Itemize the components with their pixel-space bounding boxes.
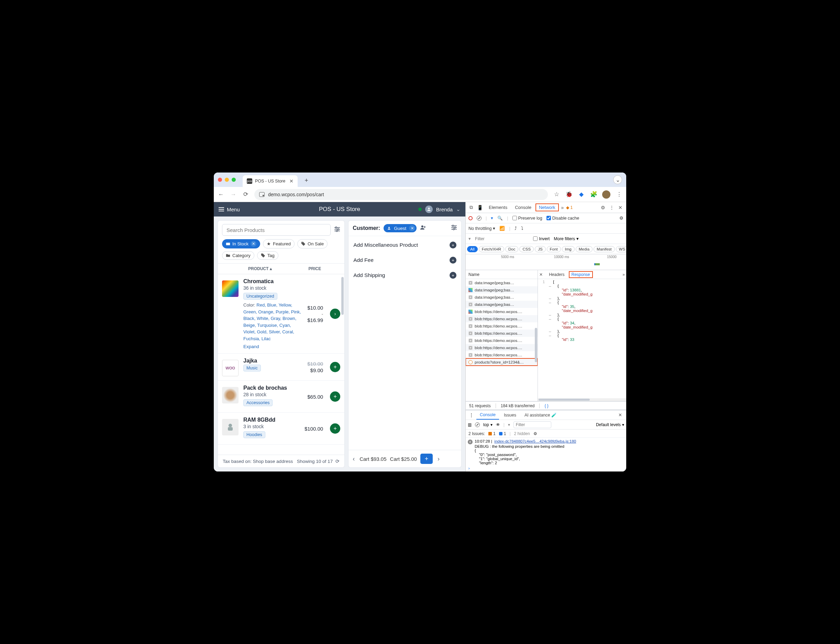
- close-window-button[interactable]: [218, 177, 222, 182]
- live-expression-icon[interactable]: 👁: [496, 422, 500, 427]
- reload-button[interactable]: ⟳: [242, 191, 250, 198]
- type-doc[interactable]: Doc: [505, 246, 518, 252]
- more-response-tabs-icon[interactable]: »: [623, 272, 625, 277]
- more-tabs-icon[interactable]: »: [559, 205, 566, 210]
- new-cart-button[interactable]: +: [420, 453, 433, 464]
- scrollbar-thumb[interactable]: [535, 328, 537, 362]
- drawer-close-icon[interactable]: ✕: [616, 412, 624, 417]
- customer-guest-pill[interactable]: Guest ✕: [383, 224, 417, 232]
- cart-settings-icon[interactable]: [451, 225, 457, 232]
- app-menu-button[interactable]: Menu: [219, 207, 240, 212]
- drawer-tab-ai[interactable]: AI assistance 🧪: [521, 412, 560, 417]
- menu-dots-icon[interactable]: ⋮: [615, 191, 623, 198]
- warnings-badge[interactable]: ◆ 1: [566, 205, 573, 210]
- console-prompt[interactable]: ›: [466, 465, 626, 472]
- network-request-row[interactable]: products?store_id=1234&…: [466, 358, 538, 366]
- filter-category-chip[interactable]: Category: [222, 251, 254, 260]
- more-icon[interactable]: ⋮: [608, 205, 616, 210]
- search-icon[interactable]: 🔍: [497, 215, 503, 221]
- open-variations-button[interactable]: ›: [330, 309, 340, 319]
- type-all[interactable]: All: [467, 246, 478, 252]
- chevron-down-icon[interactable]: ⌄: [456, 206, 460, 212]
- filter-tag-chip[interactable]: Tag: [257, 251, 278, 260]
- console-sidebar-icon[interactable]: ▥: [468, 422, 472, 427]
- remove-filter-icon[interactable]: ✕: [251, 241, 256, 247]
- context-dropdown[interactable]: top ▾: [483, 422, 493, 427]
- upload-icon[interactable]: ⤴: [515, 226, 517, 231]
- search-products-input[interactable]: [222, 224, 330, 236]
- add-to-cart-button[interactable]: +: [330, 362, 340, 372]
- extensions-icon[interactable]: 🧩: [590, 191, 597, 198]
- wifi-icon[interactable]: 📶: [500, 226, 505, 231]
- log-levels-dropdown[interactable]: Default levels ▾: [596, 422, 624, 427]
- filter-in-stock-chip[interactable]: In Stock ✕: [222, 239, 260, 248]
- settings-icon[interactable]: ⚙: [599, 205, 607, 210]
- bug-extension-icon[interactable]: 🐞: [565, 191, 573, 198]
- close-devtools-icon[interactable]: ✕: [616, 205, 624, 210]
- tab-network[interactable]: Network: [539, 205, 556, 210]
- net-settings-icon[interactable]: ⚙: [619, 215, 623, 221]
- network-request-row[interactable]: blob:https://demo.wcpos.…: [466, 308, 538, 315]
- network-filter-input[interactable]: [475, 237, 529, 241]
- throttling-dropdown[interactable]: No throttling ▾: [468, 226, 495, 231]
- cart-prev-button[interactable]: ‹: [351, 455, 356, 463]
- product-category-tag[interactable]: Hoodies: [243, 431, 265, 438]
- drawer-tab-console[interactable]: Console: [477, 410, 499, 420]
- network-request-row[interactable]: data:image/jpeg;bas…: [466, 279, 538, 286]
- device-toggle-icon[interactable]: 📱: [475, 205, 485, 210]
- issue-info-count[interactable]: 1: [499, 431, 506, 436]
- back-button[interactable]: ←: [217, 191, 225, 198]
- filter-icon[interactable]: ▾: [491, 215, 493, 221]
- filter-on-sale-chip[interactable]: On Sale: [297, 239, 327, 248]
- network-request-row[interactable]: blob:https://demo.wcpos.…: [466, 330, 538, 337]
- scrollbar-thumb[interactable]: [341, 277, 344, 315]
- horizontal-scrollbar[interactable]: [538, 398, 626, 401]
- type-media[interactable]: Media: [576, 246, 593, 252]
- type-font[interactable]: Font: [547, 246, 561, 252]
- bookmark-icon[interactable]: ☆: [553, 191, 560, 198]
- type-fetch[interactable]: Fetch/XHR: [479, 246, 504, 252]
- forward-button[interactable]: →: [230, 191, 237, 198]
- type-css[interactable]: CSS: [519, 246, 534, 252]
- add-to-cart-button[interactable]: +: [330, 391, 340, 402]
- invert-checkbox[interactable]: Invert: [533, 237, 549, 241]
- product-list[interactable]: Chromatica 36 in stock Uncategorized Col…: [218, 274, 344, 455]
- drawer-tab-issues[interactable]: Issues: [500, 413, 519, 417]
- clear-icon[interactable]: [477, 216, 482, 221]
- tabs-overflow-button[interactable]: ⌄: [613, 175, 622, 184]
- type-img[interactable]: Img: [562, 246, 575, 252]
- profile-avatar[interactable]: [602, 191, 610, 199]
- cart-tab[interactable]: Cart $25.00: [390, 456, 417, 462]
- braces-icon[interactable]: { }: [544, 403, 548, 408]
- product-category-tag[interactable]: Accessories: [243, 399, 273, 406]
- network-request-row[interactable]: blob:https://demo.wcpos.…: [466, 344, 538, 351]
- clear-console-icon[interactable]: [475, 422, 480, 427]
- drawer-more-icon[interactable]: ⋮: [468, 412, 475, 417]
- record-icon[interactable]: [468, 216, 473, 220]
- tab-console[interactable]: Console: [511, 202, 535, 213]
- filter-toggle-icon[interactable]: [334, 227, 340, 233]
- type-js[interactable]: JS: [535, 246, 546, 252]
- console-filter-input[interactable]: [513, 421, 551, 428]
- response-body[interactable]: 1[– { "id": 13881, "date_modified_g– },–…: [538, 279, 626, 398]
- issue-warning-count[interactable]: 1: [488, 431, 496, 436]
- add-shipping-row[interactable]: Add Shipping+: [348, 268, 461, 283]
- type-ws[interactable]: WS: [616, 246, 626, 252]
- browser-tab[interactable]: pos POS - US Store ✕: [243, 175, 298, 187]
- user-name[interactable]: Brenda: [436, 207, 453, 212]
- product-category-tag[interactable]: Music: [243, 365, 261, 371]
- network-request-row[interactable]: blob:https://demo.wcpos.…: [466, 315, 538, 322]
- network-timeline[interactable]: 5000 ms 10000 ms 15000: [466, 254, 626, 270]
- more-filters-dropdown[interactable]: More filters ▾: [554, 236, 579, 241]
- product-category-tag[interactable]: Uncategorized: [243, 293, 277, 300]
- product-name[interactable]: RAM 8GBdd: [243, 417, 300, 423]
- type-manifest[interactable]: Manifest: [593, 246, 615, 252]
- network-request-row[interactable]: blob:https://demo.wcpos.…: [466, 322, 538, 330]
- issues-settings-icon[interactable]: ⚙: [533, 431, 537, 436]
- download-icon[interactable]: ⤵: [521, 226, 523, 231]
- source-link[interactable]: index-dc7848807c4ee5…424c98fd9eba.js:180: [494, 439, 576, 443]
- network-request-row[interactable]: blob:https://demo.wcpos.…: [466, 337, 538, 344]
- refresh-icon[interactable]: ⟳: [335, 458, 340, 464]
- new-tab-button[interactable]: +: [304, 177, 308, 184]
- tab-close-icon[interactable]: ✕: [289, 178, 294, 184]
